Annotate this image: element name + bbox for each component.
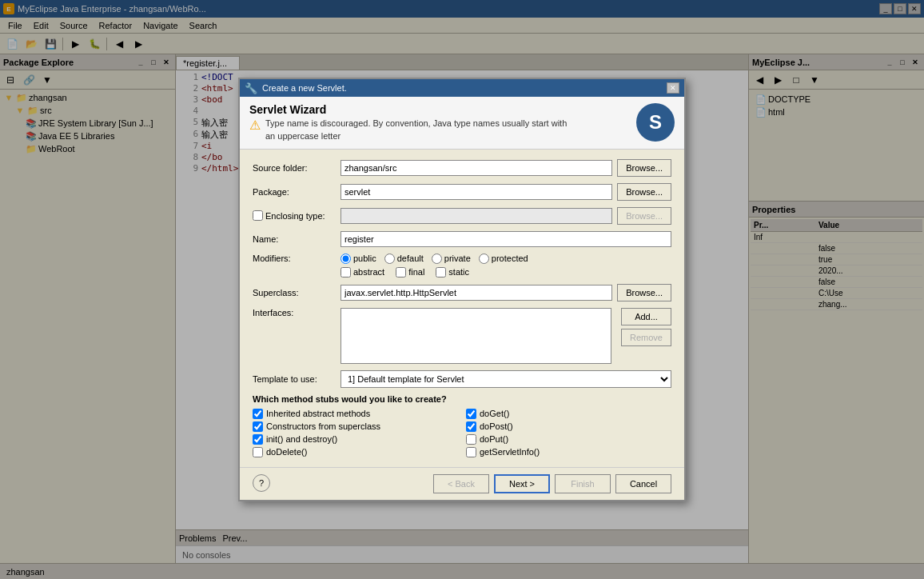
wizard-title: Servlet Wizard: [249, 103, 630, 116]
enclosing-type-browse-button: Browse...: [617, 207, 671, 225]
modifier-protected[interactable]: protected: [479, 254, 528, 264]
dialog-footer: ? < Back Next > Finish Cancel: [240, 467, 684, 500]
back-button: < Back: [433, 474, 489, 493]
enclosing-type-row: Enclosing type: Browse...: [253, 207, 671, 225]
dialog-body: Source folder: Browse... Package: Browse…: [240, 150, 684, 467]
source-folder-browse-button[interactable]: Browse...: [617, 159, 671, 177]
dialog-header: Servlet Wizard ⚠ Type name is discourage…: [240, 97, 684, 150]
ide-container: E MyEclipse Java Enterprise - zhangsan/W…: [0, 0, 924, 579]
next-button[interactable]: Next >: [494, 474, 550, 493]
stub-doget[interactable]: doGet(): [466, 409, 671, 419]
name-input[interactable]: [341, 231, 671, 247]
source-folder-label: Source folder:: [253, 163, 341, 173]
finish-button: Finish: [555, 474, 611, 493]
package-input[interactable]: [341, 184, 612, 200]
modifier-default[interactable]: default: [384, 254, 424, 264]
stub-constructors[interactable]: Constructors from superclass: [253, 421, 458, 432]
cancel-button[interactable]: Cancel: [615, 474, 671, 493]
stubs-title: Which method stubs would you like to cre…: [253, 394, 671, 404]
stubs-grid: Inherited abstract methods doGet() Const…: [253, 409, 671, 457]
dialog-logo: S: [636, 103, 675, 142]
source-folder-row: Source folder: Browse...: [253, 159, 671, 177]
name-row: Name:: [253, 231, 671, 247]
interfaces-remove-button: Remove: [621, 329, 671, 346]
modifier-abstract[interactable]: abstract: [341, 267, 384, 278]
stub-inherited-abstract[interactable]: Inherited abstract methods: [253, 409, 458, 419]
dialog-title-bar: 🔧 Create a new Servlet. ✕: [240, 79, 684, 97]
source-folder-input[interactable]: [341, 160, 612, 176]
package-row: Package: Browse...: [253, 183, 671, 201]
stub-dodelete[interactable]: doDelete(): [253, 447, 458, 457]
stub-dopost[interactable]: doPost(): [466, 421, 671, 432]
modifiers-label: Modifiers:: [253, 254, 341, 263]
modifiers-radio-row: public default private protected: [341, 254, 528, 264]
superclass-browse-button[interactable]: Browse...: [617, 284, 671, 301]
help-button[interactable]: ?: [253, 474, 270, 492]
servlet-wizard-dialog: 🔧 Create a new Servlet. ✕ Servlet Wizard…: [238, 78, 686, 501]
interfaces-buttons: Add... Remove: [616, 308, 671, 346]
modifier-static[interactable]: static: [436, 267, 469, 278]
enclosing-type-label: Enclosing type:: [253, 210, 341, 221]
dialog-title-icon: 🔧: [245, 82, 257, 94]
name-label: Name:: [253, 234, 341, 244]
template-row: Template to use: 1] Default template for…: [253, 370, 671, 388]
superclass-row: Superclass: Browse...: [253, 284, 671, 301]
package-browse-button[interactable]: Browse...: [617, 183, 671, 201]
stub-doput[interactable]: doPut(): [466, 434, 671, 445]
enclosing-type-input[interactable]: [341, 208, 612, 224]
modifiers-row-container: Modifiers: public default private: [253, 254, 671, 278]
warning-text: Type name is discouraged. By convention,…: [265, 118, 567, 142]
interfaces-label: Interfaces:: [253, 308, 341, 317]
superclass-input[interactable]: [341, 285, 612, 301]
interfaces-row: Interfaces: Add... Remove: [253, 308, 671, 364]
stub-getservletinfo[interactable]: getServletInfo(): [466, 447, 671, 457]
stubs-section: Which method stubs would you like to cre…: [253, 394, 671, 457]
interfaces-add-button[interactable]: Add...: [621, 308, 671, 325]
modifier-private[interactable]: private: [432, 254, 471, 264]
modifiers-checkbox-row: abstract final static: [341, 267, 528, 278]
package-label: Package:: [253, 187, 341, 197]
warning-icon: ⚠: [249, 118, 261, 133]
enclosing-type-checkbox[interactable]: [253, 210, 263, 221]
modifier-public[interactable]: public: [341, 254, 376, 264]
stub-init-destroy[interactable]: init() and destroy(): [253, 434, 458, 445]
dialog-close-button[interactable]: ✕: [667, 82, 679, 94]
interfaces-input[interactable]: [341, 308, 611, 364]
superclass-label: Superclass:: [253, 288, 341, 297]
template-select[interactable]: 1] Default template for Servlet: [341, 370, 671, 388]
dialog-title: Create a new Servlet.: [262, 83, 347, 93]
template-label: Template to use:: [253, 374, 341, 384]
dialog-title-controls: ✕: [667, 82, 679, 94]
modifier-final[interactable]: final: [396, 267, 424, 278]
dialog-overlay: 🔧 Create a new Servlet. ✕ Servlet Wizard…: [0, 0, 924, 579]
